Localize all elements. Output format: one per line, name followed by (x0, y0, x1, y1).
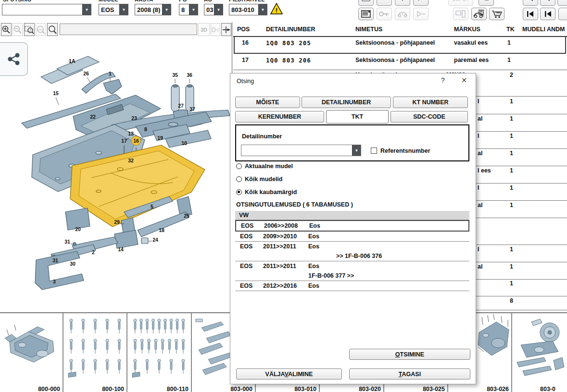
stamp-icon[interactable] (377, 0, 392, 6)
back-button[interactable]: TAGASI (349, 368, 470, 380)
panel-combo[interactable]: 803-010▼ (229, 4, 267, 15)
callout-1A[interactable]: 1A (69, 58, 76, 64)
zoom-slider[interactable] (60, 24, 197, 35)
chevron-down-icon[interactable]: ▼ (258, 4, 267, 15)
col-pos[interactable]: POS (237, 26, 250, 33)
vehicle-info-icon[interactable]: i (395, 8, 410, 20)
callout-18[interactable]: 18 (159, 227, 164, 233)
tab-kt-number[interactable]: KT NUMBER (393, 97, 468, 108)
vehicle-document-icon[interactable] (471, 8, 487, 20)
reference-number-checkbox[interactable] (371, 147, 377, 154)
callout-35[interactable]: 35 (172, 72, 178, 78)
callout-31[interactable]: 31 (52, 257, 58, 263)
col-tk[interactable]: TK (506, 26, 515, 33)
zoom-in-icon[interactable] (1, 23, 12, 36)
model-combo[interactable]: EOS▼ (99, 4, 128, 15)
monitor-card-icon[interactable] (453, 8, 468, 20)
zoom-selection-icon[interactable] (24, 23, 35, 36)
ag-combo[interactable]: 03▼ (204, 4, 223, 15)
callout-14[interactable]: 14 (118, 246, 124, 252)
nav-first-icon[interactable] (523, 8, 538, 20)
result-row[interactable]: EOS2011>>2011Eos>> 1F-B-006 376 (235, 242, 469, 261)
select-button[interactable]: VÄLJAVALIMINE (236, 368, 342, 380)
rotate-icon[interactable] (413, 0, 428, 6)
nav-prev-icon[interactable] (540, 8, 555, 20)
callout-26[interactable]: 26 (83, 71, 89, 76)
result-row[interactable]: EOS2006>>2008Eos (235, 220, 469, 232)
key-icon[interactable] (377, 8, 392, 20)
callout-13[interactable]: 13 (128, 131, 134, 136)
nav-top-prev-icon[interactable] (540, 0, 555, 6)
tab-detailinumber[interactable]: DETAILINUMBER (302, 97, 391, 108)
view-3d-button[interactable]: 3D (198, 23, 210, 36)
thumbnail-cell[interactable]: 800-110 (126, 313, 191, 392)
callout-37[interactable]: 37 (189, 106, 195, 112)
cart-small-icon[interactable] (479, 0, 494, 6)
col-detail[interactable]: DETAILINUMBER (266, 26, 315, 33)
thumbnail-cell[interactable]: 800-100 (63, 313, 126, 392)
zoom-out-icon[interactable] (13, 23, 23, 36)
exploded-parts-diagram[interactable]: 1A26135361522232737819101317163252529182… (0, 37, 232, 312)
chevron-down-icon[interactable]: ▼ (82, 4, 91, 15)
chevron-down-icon[interactable]: ▼ (214, 4, 223, 15)
shopping-cart-icon[interactable] (489, 8, 504, 20)
nav-top-first-icon[interactable] (523, 0, 538, 6)
chevron-down-icon[interactable]: ▼ (162, 4, 171, 15)
callout-19[interactable]: 19 (157, 135, 163, 141)
help-button[interactable]: ? (438, 76, 448, 84)
quick-search-combo[interactable]: ▼ (2, 4, 91, 15)
callout-1[interactable]: 1 (109, 71, 112, 76)
radio-k-ik-kaubam-rgid[interactable]: Kõik kaubamärgid (236, 189, 297, 196)
thumbnail-grid-icon[interactable] (211, 23, 220, 36)
tab-tkt[interactable]: TKT (326, 110, 389, 123)
result-row[interactable]: EOS2011>>2011Eos1F-B-006 377 >> (235, 261, 469, 281)
close-icon[interactable]: ✕ (459, 76, 469, 84)
callout-31[interactable]: 31 (64, 239, 70, 245)
callout-17[interactable]: 17 (121, 138, 127, 144)
chevron-down-icon[interactable]: ▼ (352, 145, 361, 156)
col-name[interactable]: NIMETUS (355, 26, 382, 33)
tab-moiste[interactable]: MÕISTE (235, 97, 300, 108)
callout-15[interactable]: 15 (53, 90, 59, 96)
magnifier-icon[interactable] (47, 23, 58, 36)
arrow-down-icon[interactable] (395, 0, 410, 6)
callout-16[interactable]: 16 (133, 138, 139, 144)
callout-30[interactable]: 30 (70, 261, 76, 267)
result-row[interactable]: EOS2009>>2010Eos (235, 232, 469, 242)
callout-22[interactable]: 22 (90, 114, 96, 120)
parts-list-icon[interactable] (358, 8, 374, 20)
thumbnail-cell[interactable]: 800-000 (0, 313, 63, 392)
search-button[interactable]: OTSIMINE (349, 349, 470, 360)
detail-number-combo[interactable]: ▼ (241, 145, 361, 156)
callout-5[interactable]: 5 (151, 204, 153, 209)
callout-27[interactable]: 27 (178, 103, 184, 109)
callout-2[interactable]: 2 (92, 249, 95, 255)
radio-k-ik-mudelid[interactable]: Kõik mudelid (236, 176, 282, 183)
depot-button[interactable]: DEPOT (448, 0, 473, 6)
result-row[interactable]: EOS2012>>2016Eos (235, 281, 469, 291)
tab-kerenumber[interactable]: KERENUMBER (235, 111, 324, 122)
col-model[interactable]: MUDELI ANDM (522, 26, 565, 33)
zoom-100-icon[interactable]: 100% (36, 23, 46, 36)
col-markus[interactable]: MÄRKUS (454, 26, 480, 33)
play-dash-icon[interactable] (413, 8, 428, 20)
table-row[interactable]: 17 1Q0 803 206 Sektsioonosa - põhjapanee… (233, 54, 567, 70)
tab-sdc-code[interactable]: SDC-CODE (391, 111, 468, 122)
callout-8[interactable]: 8 (144, 126, 147, 132)
chevron-down-icon[interactable]: ▼ (189, 4, 198, 15)
callout-24[interactable]: 24 (152, 237, 158, 243)
callout-29[interactable]: 29 (114, 219, 120, 225)
callout-20[interactable]: 20 (75, 226, 81, 232)
callout-3[interactable]: 3 (53, 279, 56, 284)
thumbnail-cell[interactable]: 803-0 (511, 313, 567, 392)
pg-combo[interactable]: 8▼ (179, 4, 198, 15)
callout-23[interactable]: 23 (131, 115, 137, 121)
callout-10[interactable]: 10 (181, 140, 187, 146)
nav-next-icon[interactable] (558, 8, 567, 20)
year-combo[interactable]: 2008 (8)▼ (135, 4, 171, 15)
nav-top-next-icon[interactable] (557, 0, 567, 6)
callout-36[interactable]: 36 (187, 72, 192, 78)
callout-32[interactable]: 32 (128, 158, 134, 163)
radio-aktuaalne-mudel[interactable]: Aktuaalne mudel (236, 163, 293, 170)
print-icon[interactable] (358, 0, 374, 6)
